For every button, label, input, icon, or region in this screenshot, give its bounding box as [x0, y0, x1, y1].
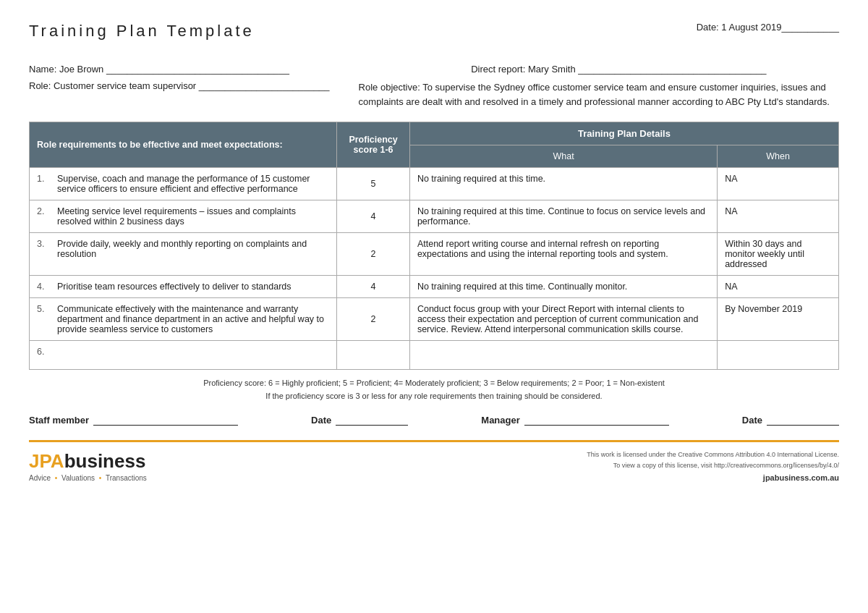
website: jpabusiness.com.au [587, 473, 839, 482]
direct-report-label: Direct report: Mary Smith [471, 64, 575, 75]
sig-date2-label: Date [742, 415, 762, 426]
manager-line[interactable] [524, 413, 669, 426]
row-what [409, 341, 717, 370]
row-requirement-text: Prioritise team resources effectively to… [57, 282, 292, 292]
row-num: 5. [37, 304, 53, 334]
dot2: • [99, 474, 102, 482]
dot1: • [55, 474, 58, 482]
table-row: 5.Communicate effectively with the maint… [30, 298, 337, 341]
table-row: 2.Meeting service level requirements – i… [30, 200, 337, 233]
license-text: This work is licensed under the Creative… [587, 449, 839, 470]
row-num: 4. [37, 282, 53, 292]
col-req-header: Role requirements to be effective and me… [30, 122, 337, 168]
row-when [718, 341, 839, 370]
logo-tagline: Advice • Valuations • Transactions [29, 474, 147, 482]
row-requirement-text: Supervise, coach and manage the performa… [57, 174, 329, 194]
row-when: NA [718, 168, 839, 200]
tagline-transactions: Transactions [106, 474, 147, 482]
row-num: 3. [37, 239, 53, 259]
col-what-subheader: What [409, 145, 717, 168]
col-score-header: Proficiency score 1-6 [337, 122, 410, 168]
role-label: Role: Customer service team supervisor [29, 80, 196, 91]
manager-label: Manager [481, 415, 519, 426]
footer: JPAbusiness Advice • Valuations • Transa… [29, 440, 839, 482]
training-plan-header: Training Plan Details [409, 122, 838, 145]
row-what: Conduct focus group with your Direct Rep… [409, 298, 717, 341]
logo-area: JPAbusiness Advice • Valuations • Transa… [29, 450, 147, 482]
logo-business: business [64, 450, 146, 472]
row-requirement-text: Communicate effectively with the mainten… [57, 304, 329, 334]
row-what: Attend report writing course and interna… [409, 233, 717, 276]
sig-date-line[interactable] [336, 413, 408, 426]
sig-date-label: Date [311, 415, 331, 426]
direct-report-underline: ____________________________________ [578, 64, 766, 75]
role-objective-label: Role objective: To supervise the Sydney … [359, 82, 830, 107]
proficiency-note: Proficiency score: 6 = Highly proficient… [29, 377, 839, 402]
row-when: By November 2019 [718, 298, 839, 341]
row-score: 2 [337, 233, 410, 276]
sig-date2-line[interactable] [767, 413, 839, 426]
role-underline: _________________________ [199, 80, 330, 91]
row-num: 2. [37, 206, 53, 227]
logo-jpa: JPA [29, 450, 64, 472]
row-when: Within 30 days and monitor weekly until … [718, 233, 839, 276]
row-score: 5 [337, 168, 410, 200]
page-title: Training Plan Template [29, 22, 255, 41]
row-requirement-text: Provide daily, weekly and monthly report… [57, 239, 329, 259]
training-table: Role requirements to be effective and me… [29, 122, 839, 370]
name-label: Name: Joe Brown [29, 64, 103, 75]
table-row: 6. [30, 341, 337, 370]
col-when-subheader: When [718, 145, 839, 168]
staff-member-label: Staff member [29, 415, 89, 426]
tagline-advice: Advice [29, 474, 51, 482]
row-score: 4 [337, 200, 410, 233]
table-row: 3.Provide daily, weekly and monthly repo… [30, 233, 337, 276]
row-num: 1. [37, 174, 53, 194]
row-num: 6. [37, 347, 53, 357]
row-what: No training required at this time. Conti… [409, 276, 717, 298]
signature-row: Staff member Date Manager Date [29, 413, 839, 426]
staff-member-line[interactable] [93, 413, 238, 426]
row-when: NA [718, 200, 839, 233]
row-when: NA [718, 276, 839, 298]
row-what: No training required at this time. [409, 168, 717, 200]
table-row: 1.Supervise, coach and manage the perfor… [30, 168, 337, 200]
row-score: 4 [337, 276, 410, 298]
tagline-valuations: Valuations [61, 474, 95, 482]
row-requirement-text: Meeting service level requirements – iss… [57, 206, 329, 227]
name-underline: ___________________________________ [106, 64, 289, 75]
logo-text: JPAbusiness [29, 450, 147, 473]
date-field: Date: 1 August 2019___________ [697, 22, 839, 33]
row-what: No training required at this time. Conti… [409, 200, 717, 233]
table-row: 4.Prioritise team resources effectively … [30, 276, 337, 298]
row-score: 2 [337, 298, 410, 341]
row-score [337, 341, 410, 370]
